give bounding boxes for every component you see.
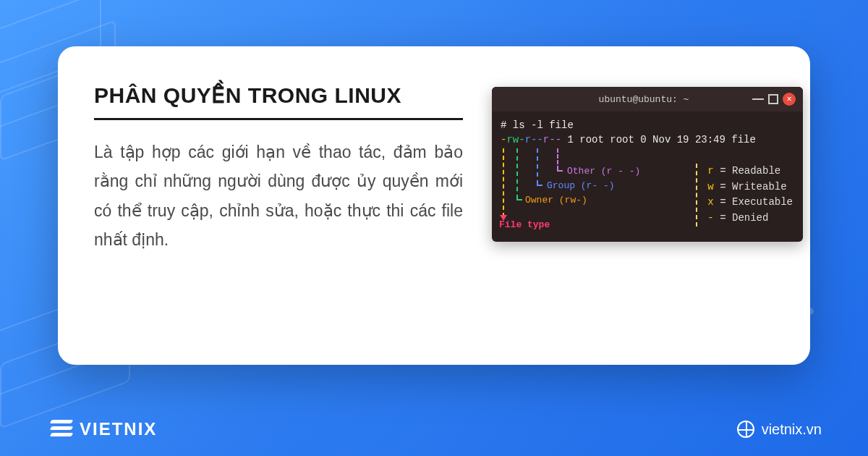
terminal-output-line: -rw-r--r-- 1 root root 0 Nov 19 23:49 fi… [501, 133, 794, 148]
permission-legend: r = Readable w = Writeable x = Executabl… [696, 164, 793, 227]
maximize-icon[interactable] [768, 94, 778, 104]
legend-val-w: Writeable [732, 181, 787, 193]
minimize-icon[interactable] [752, 98, 764, 100]
perm-owner: rw- [506, 134, 524, 145]
label-other: Other (r - -) [567, 165, 640, 178]
perm-other: r-- [543, 134, 561, 145]
site-link[interactable]: vietnix.vn [737, 421, 822, 438]
legend-val-x: Executable [732, 196, 793, 208]
card-title: PHÂN QUYỀN TRONG LINUX [94, 83, 463, 120]
terminal-title: ubuntu@ubuntu: ~ [535, 94, 752, 105]
legend-key-w: w [707, 181, 713, 193]
brand-name: VIETNIX [80, 419, 157, 439]
label-owner: Owner (rw-) [525, 194, 587, 207]
legend-key-r: r [707, 165, 713, 177]
terminal-titlebar: ubuntu@ubuntu: ~ ✕ [492, 87, 803, 111]
site-url-text: vietnix.vn [762, 421, 822, 438]
terminal-body: # ls -l file -rw-r--r-- 1 root root 0 No… [492, 111, 803, 242]
perm-group: r-- [525, 134, 543, 145]
file-metadata: 1 root root 0 Nov 19 23:49 file [561, 134, 756, 145]
logo-icon [51, 420, 72, 439]
legend-val-r: Readable [732, 165, 780, 177]
card-description: Là tập hợp các giới hạn về thao tác, đảm… [94, 138, 463, 254]
legend-val-dash: Denied [732, 212, 768, 224]
brand-logo-block: VIETNIX [51, 419, 157, 439]
terminal-window: ubuntu@ubuntu: ~ ✕ # ls -l file -rw-r--r… [492, 87, 803, 242]
label-filetype: File type [499, 219, 550, 232]
content-card: PHÂN QUYỀN TRONG LINUX Là tập hợp các gi… [58, 46, 810, 365]
legend-key-x: x [707, 196, 713, 208]
label-group: Group (r- -) [547, 180, 615, 193]
footer: VIETNIX vietnix.vn [0, 402, 868, 456]
globe-icon [737, 421, 754, 438]
legend-key-dash: - [707, 212, 713, 224]
close-icon[interactable]: ✕ [783, 93, 796, 106]
terminal-column: ubuntu@ubuntu: ~ ✕ # ls -l file -rw-r--r… [492, 83, 803, 329]
terminal-command: # ls -l file [501, 119, 794, 133]
text-column: PHÂN QUYỀN TRONG LINUX Là tập hợp các gi… [94, 83, 463, 329]
